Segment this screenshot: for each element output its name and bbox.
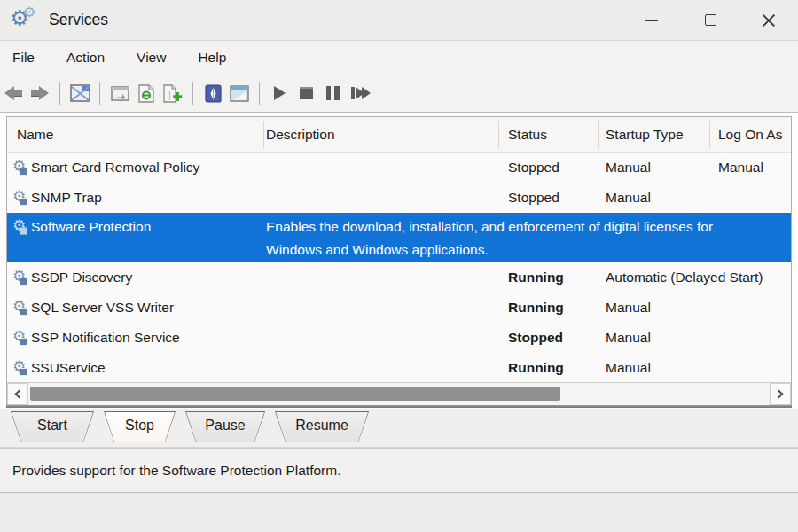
status-bar: Provides support for the Software Protec… xyxy=(0,448,798,492)
services-window: Services File Action View Help xyxy=(0,0,798,532)
service-status: Stopped xyxy=(508,160,559,176)
column-header-name[interactable]: Name xyxy=(17,127,53,143)
forward-button[interactable] xyxy=(27,79,53,107)
help-doc-icon xyxy=(138,84,154,103)
menu-file[interactable]: File xyxy=(4,46,45,69)
service-gear-icon xyxy=(12,160,28,176)
minimize-button[interactable] xyxy=(622,0,681,40)
menu-bar: File Action View Help xyxy=(0,41,798,74)
show-console-tree-button[interactable] xyxy=(66,79,93,107)
forward-icon xyxy=(31,86,49,100)
service-status: Stopped xyxy=(508,190,559,206)
service-row-ssp-notification-service[interactable]: SSP Notification Service Stopped Manual xyxy=(7,323,791,353)
new-taskpad-button[interactable] xyxy=(160,79,186,107)
service-gear-icon xyxy=(12,190,28,206)
menu-view[interactable]: View xyxy=(126,46,176,69)
service-startup-type: Manual xyxy=(606,360,651,376)
service-row-snmp-trap[interactable]: SNMP Trap Stopped Manual xyxy=(7,183,791,213)
service-status: Stopped xyxy=(508,330,563,346)
scrollbar-track[interactable] xyxy=(28,383,770,405)
menu-action[interactable]: Action xyxy=(56,46,115,69)
column-divider[interactable] xyxy=(709,121,710,148)
service-status: Running xyxy=(508,270,564,286)
chevron-right-icon xyxy=(775,390,784,399)
tab-start[interactable]: Start xyxy=(9,411,96,442)
maximize-button[interactable] xyxy=(681,0,739,40)
column-divider[interactable] xyxy=(498,121,499,148)
toolbar-separator xyxy=(259,82,260,105)
help-doc-button[interactable] xyxy=(133,79,160,107)
show-console-tree-icon xyxy=(70,84,90,102)
tab-resume-label: Resume xyxy=(273,411,371,442)
toolbar-separator xyxy=(59,82,60,105)
scrollbar-thumb[interactable] xyxy=(30,387,560,401)
horizontal-scrollbar xyxy=(7,382,791,405)
service-name: Software Protection xyxy=(31,219,151,235)
services-list: Name Description Status Startup Type Log… xyxy=(6,116,792,405)
service-row-ssuservice[interactable]: SSUService Running Manual xyxy=(7,353,791,383)
toolbar xyxy=(0,74,798,113)
service-row-software-protection-selected[interactable]: Software Protection Enables the download… xyxy=(7,213,791,262)
list-header: Name Description Status Startup Type Log… xyxy=(7,117,791,153)
service-startup-type: Manual xyxy=(606,190,651,206)
service-name: SSDP Discovery xyxy=(31,270,132,286)
menu-help[interactable]: Help xyxy=(187,46,237,69)
service-gear-icon xyxy=(12,219,28,235)
service-startup-type: Manual xyxy=(606,330,651,346)
stop-service-icon xyxy=(300,87,313,99)
service-description: Enables the download, installation, and … xyxy=(266,215,755,262)
service-log-on-as: Manual xyxy=(718,160,763,176)
restart-service-icon xyxy=(351,87,368,99)
back-button[interactable] xyxy=(0,79,27,107)
refresh-window-button[interactable] xyxy=(226,79,253,107)
service-name: SSUService xyxy=(31,360,106,376)
service-row-smart-card-removal-policy[interactable]: Smart Card Removal Policy Stopped Manual… xyxy=(7,153,791,183)
service-name: Smart Card Removal Policy xyxy=(31,160,200,176)
start-service-icon xyxy=(274,86,286,100)
tab-start-label: Start xyxy=(9,411,96,442)
close-icon xyxy=(762,13,776,27)
services-gears-icon xyxy=(10,5,40,35)
window-controls xyxy=(622,0,798,40)
service-status: Running xyxy=(508,360,564,376)
export-list-icon xyxy=(111,85,129,102)
column-divider[interactable] xyxy=(598,121,599,148)
service-name: SSP Notification Service xyxy=(31,330,180,346)
start-service-button[interactable] xyxy=(266,79,293,107)
window-title: Services xyxy=(49,11,108,29)
service-row-sql-server-vss-writer[interactable]: SQL Server VSS Writer Running Manual xyxy=(7,293,791,323)
status-bar-text: Provides support for the Software Protec… xyxy=(12,463,340,479)
pause-service-icon xyxy=(326,86,340,100)
service-startup-type: Manual xyxy=(606,160,651,176)
restart-service-button[interactable] xyxy=(346,79,372,107)
column-header-description[interactable]: Description xyxy=(266,127,335,143)
maximize-icon xyxy=(705,14,716,26)
column-header-log-on-as[interactable]: Log On As xyxy=(718,127,782,143)
service-name: SQL Server VSS Writer xyxy=(31,300,174,316)
back-icon xyxy=(4,86,22,100)
service-status: Running xyxy=(508,300,564,316)
properties-button[interactable] xyxy=(200,79,226,107)
column-header-status[interactable]: Status xyxy=(508,127,547,143)
close-button[interactable] xyxy=(739,0,798,40)
export-list-button[interactable] xyxy=(106,79,133,107)
service-row-ssdp-discovery[interactable]: SSDP Discovery Running Automatic (Delaye… xyxy=(7,262,791,293)
properties-icon xyxy=(205,84,222,103)
stop-service-button[interactable] xyxy=(293,79,319,107)
pause-service-button[interactable] xyxy=(319,79,346,107)
title-bar: Services xyxy=(0,0,798,41)
column-divider[interactable] xyxy=(263,121,264,148)
column-header-startup-type[interactable]: Startup Type xyxy=(606,127,684,143)
scroll-right-button[interactable] xyxy=(770,383,791,405)
tab-stop[interactable]: Stop xyxy=(102,411,177,442)
toolbar-separator xyxy=(192,82,193,105)
toolbar-separator xyxy=(99,82,100,105)
scroll-left-button[interactable] xyxy=(7,383,28,405)
tab-pause[interactable]: Pause xyxy=(184,411,267,442)
tab-resume[interactable]: Resume xyxy=(273,411,371,442)
service-startup-type: Automatic (Delayed Start) xyxy=(606,270,763,286)
bottom-strip xyxy=(0,492,798,532)
service-startup-type: Manual xyxy=(606,300,651,316)
refresh-window-icon xyxy=(230,85,249,102)
minimize-icon xyxy=(645,20,658,21)
